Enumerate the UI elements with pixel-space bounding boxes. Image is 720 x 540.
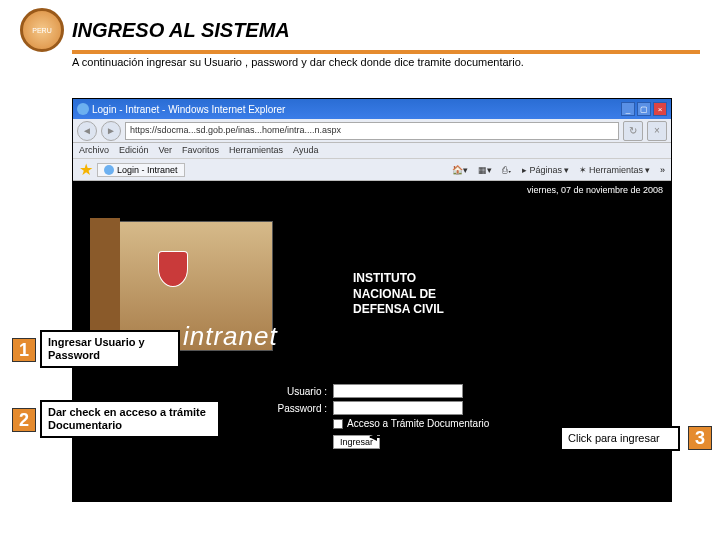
home-button[interactable]: 🏠▾ xyxy=(452,165,468,175)
menu-herramientas[interactable]: Herramientas xyxy=(229,145,283,156)
menu-ver[interactable]: Ver xyxy=(159,145,173,156)
browser-tab[interactable]: Login - Intranet xyxy=(97,163,185,177)
step-3-callout: Click para ingresar xyxy=(560,426,680,451)
subtitle-text: A continuación ingresar su Usuario , pas… xyxy=(72,56,700,68)
stop-button[interactable]: × xyxy=(647,121,667,141)
menu-ayuda[interactable]: Ayuda xyxy=(293,145,318,156)
refresh-button[interactable]: ↻ xyxy=(623,121,643,141)
shield-icon xyxy=(158,251,188,287)
login-form: Usuario : Password : Acceso a Trámite Do… xyxy=(253,381,513,449)
step-2-callout: Dar check en acceso a trámite Documentar… xyxy=(40,400,220,438)
menu-bar: Archivo Edición Ver Favoritos Herramient… xyxy=(73,143,671,159)
menu-edicion[interactable]: Edición xyxy=(119,145,149,156)
window-title: Login - Intranet - Windows Internet Expl… xyxy=(92,104,285,115)
back-button[interactable]: ◄ xyxy=(77,121,97,141)
menu-favoritos[interactable]: Favoritos xyxy=(182,145,219,156)
forward-button[interactable]: ► xyxy=(101,121,121,141)
ie-icon xyxy=(77,103,89,115)
step-1-callout: Ingresar Usuario y Password xyxy=(40,330,180,368)
title-underline xyxy=(72,50,700,54)
minimize-button[interactable]: _ xyxy=(621,102,635,116)
paginas-menu[interactable]: ▸ Páginas ▾ xyxy=(522,165,569,175)
print-button[interactable]: ⎙▾ xyxy=(502,165,512,175)
step-3-badge: 3 xyxy=(688,426,712,450)
tab-label: Login - Intranet xyxy=(117,165,178,175)
intranet-heading: intranet xyxy=(183,321,278,352)
close-button[interactable]: × xyxy=(653,102,667,116)
checkbox-label: Acceso a Trámite Documentario xyxy=(347,418,489,429)
address-bar-row: ◄ ► https://sdocma...sd.gob.pe/inas...ho… xyxy=(73,119,671,143)
window-titlebar: Login - Intranet - Windows Internet Expl… xyxy=(73,99,671,119)
org-logo: PERU xyxy=(20,8,64,52)
tab-row: ★ Login - Intranet 🏠▾ ▦▾ ⎙▾ ▸ Páginas ▾ … xyxy=(73,159,671,181)
favorites-star-icon[interactable]: ★ xyxy=(79,160,93,179)
page-date: viernes, 07 de noviembre de 2008 xyxy=(73,181,671,199)
chevron-icon[interactable]: » xyxy=(660,165,665,175)
usuario-label: Usuario : xyxy=(253,386,333,397)
tab-icon xyxy=(104,165,114,175)
usuario-input[interactable] xyxy=(333,384,463,398)
menu-archivo[interactable]: Archivo xyxy=(79,145,109,156)
maximize-button[interactable]: ▢ xyxy=(637,102,651,116)
password-label: Password : xyxy=(253,403,333,414)
arrow-step2 xyxy=(222,420,322,422)
password-input[interactable] xyxy=(333,401,463,415)
step-1-badge: 1 xyxy=(12,338,36,362)
feeds-button[interactable]: ▦▾ xyxy=(478,165,492,175)
herramientas-menu[interactable]: ✶ Herramientas ▾ xyxy=(579,165,650,175)
tramite-checkbox[interactable] xyxy=(333,419,343,429)
page-title: INGRESO AL SISTEMA xyxy=(72,19,290,42)
url-field[interactable]: https://sdocma...sd.gob.pe/inas...home/i… xyxy=(125,122,619,140)
org-name: INSTITUTO NACIONAL DE DEFENSA CIVIL xyxy=(353,271,444,318)
step-2-badge: 2 xyxy=(12,408,36,432)
arrow-step3 xyxy=(370,436,558,438)
